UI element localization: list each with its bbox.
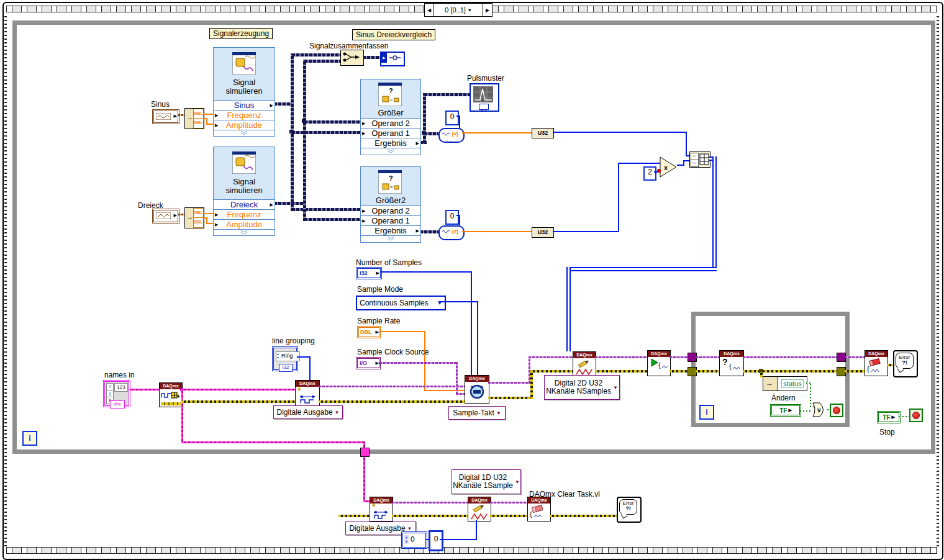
wire-string bbox=[181, 389, 183, 443]
expand-chevron[interactable] bbox=[361, 235, 420, 242]
expand-chevron[interactable] bbox=[361, 148, 420, 155]
sample-clock-source-label: Sample Clock Source bbox=[357, 348, 429, 356]
error-dialog-node[interactable]: Error ?! bbox=[893, 350, 918, 377]
or-gate-node[interactable]: v bbox=[812, 402, 828, 417]
output-arrow-icon: ▶ bbox=[270, 202, 273, 207]
free-label-sinus-dreieckvergleich[interactable]: Sinus Dreieckvergleich bbox=[352, 29, 435, 40]
convert-from-dynamic-node-1[interactable]: [#] bbox=[438, 128, 465, 143]
number-of-samples-control[interactable]: I32 ▶ bbox=[356, 267, 382, 279]
dynamic-data-indicator[interactable]: ▶ bbox=[380, 52, 405, 66]
dreieck-cluster-control[interactable]: ▶ bbox=[152, 209, 179, 224]
output-row[interactable]: Ergebnis▶ bbox=[361, 225, 420, 236]
output-row[interactable]: Sinus▶ bbox=[214, 100, 275, 111]
outer-loop-condition-terminal[interactable] bbox=[909, 409, 923, 422]
to-u32-conversion[interactable]: U32 bbox=[532, 128, 554, 138]
daqmx-start-task-node[interactable]: DAQmx { bbox=[647, 350, 671, 376]
aendern-boolean-control[interactable]: TF▶ bbox=[770, 404, 801, 417]
input-row[interactable]: Amplitude▶ bbox=[214, 219, 275, 230]
number-of-samples-label: Number of Samples bbox=[356, 259, 422, 267]
daqmx-flatten-channel-node[interactable]: DAQmx bbox=[159, 382, 183, 407]
arrow-icon: → bbox=[186, 213, 193, 220]
wire-merge-out bbox=[363, 56, 380, 59]
daqmx-create-channel-node[interactable]: DAQmx * bbox=[295, 380, 320, 407]
expand-chevron[interactable] bbox=[214, 130, 275, 136]
daqmx-write-selector-dropdown-2[interactable]: Digital 1D U32 NKanäle 1Sample ▼ bbox=[452, 469, 521, 494]
pulsmuster-chart-terminal[interactable] bbox=[470, 83, 499, 112]
input-row[interactable]: Operand 1▶ bbox=[361, 215, 420, 226]
outer-loop-iteration-terminal[interactable]: i bbox=[22, 431, 37, 446]
zero-numeric-control[interactable]: ▲▼ 0 bbox=[401, 531, 427, 549]
convert-from-dynamic-node-2[interactable]: [#] bbox=[438, 225, 465, 240]
stop-boolean-control[interactable]: TF▶ bbox=[877, 411, 901, 423]
unbundle-node-sinus[interactable]: → DBL DBL bbox=[184, 108, 204, 129]
zero-constant-2[interactable]: 0 bbox=[445, 210, 459, 225]
express-vi-signal-simulieren-1[interactable]: Signal simulieren Sinus▶ Frequenz▶ Ampli… bbox=[213, 47, 275, 137]
line-grouping-ring-control[interactable]: Ring ▲▼ I32 bbox=[272, 346, 298, 371]
wire-error bbox=[490, 515, 527, 517]
string-type-tag: abc bbox=[110, 400, 125, 409]
frame-selector-label: 0 [0..1] bbox=[445, 6, 466, 14]
build-array-node[interactable]: ▫‥ ▫‥ bbox=[689, 151, 710, 168]
wire-u32 bbox=[553, 231, 619, 232]
sinus-cluster-control[interactable]: ▶ bbox=[152, 109, 179, 124]
indicator-tab: ▶ bbox=[381, 53, 387, 63]
wire-u32 bbox=[618, 163, 662, 164]
output-row[interactable]: Dreieck▶ bbox=[214, 199, 275, 210]
wire-task bbox=[490, 502, 527, 504]
express-vi-signal-simulieren-2[interactable]: Signal simulieren Dreieck▶ Frequenz▶ Amp… bbox=[213, 147, 275, 236]
express-vi-groesser-1[interactable]: ?= Größer Operand 2▶ Operand 1▶ Ergebnis… bbox=[360, 79, 421, 155]
input-row[interactable]: Amplitude▶ bbox=[214, 120, 275, 130]
daqmx-create-selector-dropdown[interactable]: Digitale Ausgabe▼ bbox=[273, 405, 343, 419]
wire-int bbox=[309, 356, 311, 380]
input-row[interactable]: Frequenz▶ bbox=[214, 110, 275, 120]
sample-mode-dropdown[interactable]: Continuous Samples ▼ bbox=[356, 296, 446, 310]
free-label-signalerzeugung[interactable]: Signalerzeugung bbox=[209, 28, 273, 39]
two-constant[interactable]: 2 bbox=[643, 166, 656, 181]
sample-rate-control[interactable]: DBL ▶ bbox=[357, 326, 381, 338]
daqmx-timing-selector-dropdown[interactable]: Sample-Takt▼ bbox=[448, 406, 506, 420]
wire-2d-array bbox=[566, 267, 571, 351]
spinner-icon[interactable]: ▲▼ bbox=[404, 535, 409, 544]
to-u32-conversion[interactable]: U32 bbox=[532, 227, 554, 238]
daqmx-write-selector-dropdown[interactable]: Digital 2D U32 NKanäle NSamples ▼ bbox=[544, 375, 620, 400]
daqmx-clear-task-node[interactable]: DAQmx { bbox=[527, 497, 551, 522]
vi-title: simulieren bbox=[214, 86, 275, 96]
wire-junction bbox=[422, 131, 425, 135]
wire-dbl bbox=[379, 331, 425, 332]
inner-loop-condition-terminal[interactable] bbox=[830, 404, 843, 417]
svg-text:=: = bbox=[390, 184, 393, 190]
sample-clock-source-control[interactable]: I/O ▶ bbox=[356, 357, 381, 369]
unbundle-node-dreieck[interactable]: → DBL DBL bbox=[184, 207, 204, 228]
wire-sinus-to-g1op1 bbox=[292, 131, 361, 134]
daqmx-write-node[interactable]: DAQmx bbox=[573, 351, 596, 377]
status-field[interactable]: status bbox=[778, 376, 807, 391]
chart-tab-icon bbox=[479, 104, 489, 110]
merge-signals-node[interactable] bbox=[340, 50, 364, 66]
svg-text:?: ? bbox=[389, 87, 393, 94]
input-row[interactable]: Frequenz▶ bbox=[214, 209, 275, 220]
sequence-frame-selector[interactable]: 0 [0..1]▼ bbox=[433, 3, 484, 17]
input-row[interactable]: Operand 2▶ bbox=[361, 205, 420, 216]
unbundle-by-name-node[interactable]: → bbox=[763, 376, 779, 391]
daqmx-write-node-2[interactable]: DAQmx bbox=[468, 497, 491, 522]
sequence-next-frame-button[interactable]: ▶ bbox=[483, 3, 492, 17]
daqmx-is-task-done-node[interactable]: DAQmx ? { bbox=[719, 350, 744, 376]
wire-dreieck-branch bbox=[303, 60, 306, 221]
zero-constant-1[interactable]: 0 bbox=[445, 111, 459, 125]
expand-chevron[interactable] bbox=[214, 229, 275, 235]
names-in-array-control[interactable]: i j k 123 abc bbox=[103, 380, 130, 407]
wire-bool bbox=[800, 410, 812, 412]
output-row[interactable]: Ergebnis▶ bbox=[361, 138, 420, 148]
daqmx-stop-task-node[interactable]: DAQmx { bbox=[865, 350, 888, 376]
output-arrow-icon: ▶ bbox=[376, 361, 379, 366]
inner-loop-iteration-terminal[interactable]: i bbox=[699, 405, 714, 420]
daqmx-create-channel-node-2[interactable]: DAQmx * bbox=[370, 497, 393, 522]
error-dialog-node-2[interactable]: Error ?! bbox=[617, 497, 642, 523]
zero-constant-bottom[interactable]: 0 bbox=[429, 530, 443, 551]
input-row[interactable]: Operand 2▶ bbox=[361, 118, 420, 129]
multiply-node[interactable]: x bbox=[660, 156, 678, 178]
daqmx-timing-node[interactable]: DAQmx bbox=[465, 375, 489, 404]
express-vi-groesser-2[interactable]: ?= Größer2 Operand 2▶ Operand 1▶ Ergebni… bbox=[360, 166, 421, 243]
input-row[interactable]: Operand 1▶ bbox=[361, 128, 420, 138]
array-element[interactable]: 123 bbox=[114, 383, 128, 392]
